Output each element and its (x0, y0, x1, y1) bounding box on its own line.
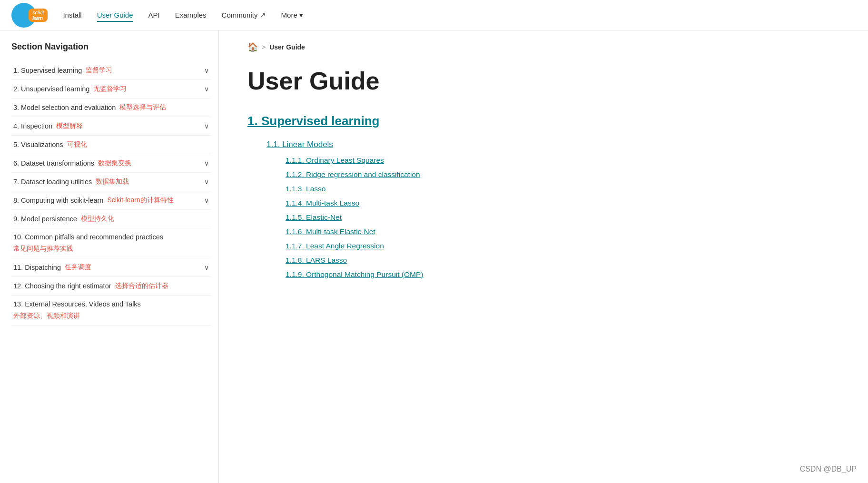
logo[interactable]: scikit learn (11, 3, 48, 28)
chevron-icon: ∨ (204, 159, 209, 167)
toc-link-lars-lasso[interactable]: 1.1.8. LARS Lasso (286, 256, 619, 265)
toc-link-lasso[interactable]: 1.1.3. Lasso (286, 185, 619, 193)
sidebar-item-dispatching[interactable]: 11. Dispatching 任务调度 ∨ (11, 258, 211, 277)
sidebar-item-external-resources[interactable]: 13. External Resources, Videos and Talks… (11, 296, 211, 325)
sidebar-item-model-persistence[interactable]: 9. Model persistence 模型持久化 (11, 210, 211, 228)
sidebar: Section Navigation 1. Supervised learnin… (0, 30, 219, 483)
chevron-icon: ∨ (204, 85, 209, 93)
sidebar-item-visualizations[interactable]: 5. Visualizations 可视化 (11, 136, 211, 154)
chevron-icon: ∨ (204, 67, 209, 74)
breadcrumb-separator: > (262, 43, 266, 51)
sidebar-title: Section Navigation (11, 42, 211, 52)
chevron-icon: ∨ (204, 264, 209, 271)
nav-api[interactable]: API (148, 11, 160, 19)
toc-link-elastic-net[interactable]: 1.1.5. Elastic-Net (286, 213, 619, 222)
sidebar-item-right-estimator[interactable]: 12. Choosing the right estimator 选择合适的估计… (11, 277, 211, 296)
nav-community[interactable]: Community ↗ (222, 11, 266, 20)
sidebar-item-model-selection[interactable]: 3. Model selection and evaluation 模型选择与评… (11, 99, 211, 117)
logo-main-text: learn (32, 15, 44, 21)
page-title: User Guide (247, 68, 619, 95)
logo-top-text: scikit (32, 10, 44, 15)
logo-badge: scikit learn (29, 9, 48, 22)
sidebar-item-supervised-learning[interactable]: 1. Supervised learning 监督学习 ∨ (11, 61, 211, 80)
main-content: 🏠 > User Guide User Guide 1. Supervised … (219, 30, 647, 483)
sidebar-item-unsupervised-learning[interactable]: 2. Unsupervised learning 无监督学习 ∨ (11, 80, 211, 99)
page-layout: Section Navigation 1. Supervised learnin… (0, 30, 868, 483)
toc-link-omp[interactable]: 1.1.9. Orthogonal Matching Pursuit (OMP) (286, 270, 619, 279)
nav-user-guide[interactable]: User Guide (97, 11, 133, 19)
sidebar-item-dataset-loading[interactable]: 7. Dataset loading utilities 数据集加载 ∨ (11, 173, 211, 191)
nav-examples[interactable]: Examples (175, 11, 207, 19)
breadcrumb-current: User Guide (269, 43, 305, 51)
chevron-icon: ∨ (204, 178, 209, 186)
home-icon[interactable]: 🏠 (247, 42, 258, 52)
toc-link-multitask-elastic-net[interactable]: 1.1.6. Multi-task Elastic-Net (286, 227, 619, 236)
toc-link-least-angle-regression[interactable]: 1.1.7. Least Angle Regression (286, 242, 619, 250)
section-heading-supervised[interactable]: 1. Supervised learning (247, 114, 619, 128)
navbar: scikit learn Install User Guide API Exam… (0, 0, 868, 30)
watermark: CSDN @DB_UP (800, 465, 857, 473)
toc-link-multitask-lasso[interactable]: 1.1.4. Multi-task Lasso (286, 199, 619, 207)
nav-install[interactable]: Install (63, 11, 81, 19)
sidebar-item-computing[interactable]: 8. Computing with scikit-learn Scikit-le… (11, 191, 211, 210)
toc-link-linear-models[interactable]: 1.1. Linear Models (266, 140, 619, 149)
sidebar-item-inspection[interactable]: 4. Inspection 模型解释 ∨ (11, 117, 211, 136)
chevron-icon: ∨ (204, 197, 209, 204)
toc-link-ridge[interactable]: 1.1.2. Ridge regression and classificati… (286, 170, 619, 179)
nav-more[interactable]: More ▾ (281, 11, 303, 20)
chevron-icon: ∨ (204, 122, 209, 130)
nav-links: Install User Guide API Examples Communit… (63, 11, 303, 20)
sidebar-item-pitfalls[interactable]: 10. Common pitfalls and recommended prac… (11, 228, 211, 258)
toc-link-ols[interactable]: 1.1.1. Ordinary Least Squares (286, 156, 619, 165)
sidebar-item-dataset-transformations[interactable]: 6. Dataset transformations 数据集变换 ∨ (11, 154, 211, 173)
breadcrumb: 🏠 > User Guide (247, 42, 619, 52)
